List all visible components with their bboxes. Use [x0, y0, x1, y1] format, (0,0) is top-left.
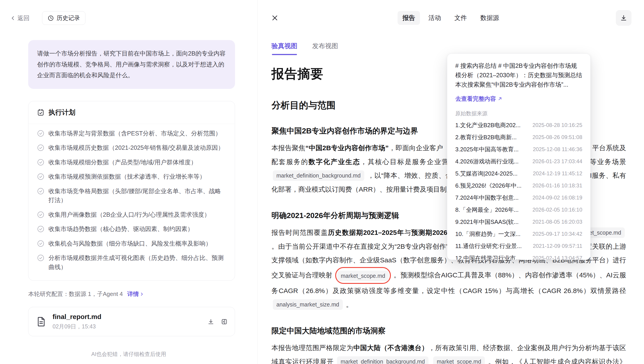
plan-item: 收集市场趋势数据（核心趋势、驱动因素、制约因素）	[37, 225, 226, 234]
plan-item: 分析市场规模数据并生成可视化图表（历史趋势、细分占比、预测曲线）	[37, 253, 226, 272]
chevron-left-icon	[10, 15, 16, 21]
source-item[interactable]: 4.2026游戏动画行业现...2026-01-23 17:03:44	[455, 158, 582, 165]
bold-text: “中国2B专业内容创作市场”	[306, 144, 389, 151]
check-circle-icon	[37, 144, 44, 151]
check-circle-icon	[37, 254, 44, 262]
download-icon	[620, 14, 627, 22]
source-item[interactable]: 11.通信行业研究:行业景...2021-12-09 09:57:11	[455, 242, 582, 250]
sources-label: 原始数据来源	[455, 110, 582, 117]
plan-item: 收集市场规模历史数据（2021-2025年销售额/交易量及波动原因）	[37, 143, 226, 152]
config-detail-link[interactable]: 详情	[127, 290, 144, 298]
bold-text: 中国大陆（不含港澳台）	[353, 344, 428, 351]
source-timestamp: 2026-02-05 10:16:10	[532, 207, 582, 213]
source-title: 7.2024年中国数字创意...	[455, 194, 518, 202]
source-item[interactable]: 6.预见2026!《2026年中...2026-01-16 10:18:31	[455, 182, 582, 190]
source-item[interactable]: 2.教育行业B2B电商新...2025-08-26 09:51:08	[455, 133, 582, 141]
source-file-tag[interactable]: analysis_market_size.md	[273, 299, 343, 310]
chevron-right-icon	[139, 292, 144, 297]
report-panel: 报告活动文件数据源 验真视图发布视图 报告摘要 分析目的与范围 聚焦中国2B专业…	[258, 0, 644, 364]
plan-item: 收集机会与风险数据（细分市场缺口、风险发生概率及影响）	[37, 239, 226, 248]
plan-header: 执行计划	[28, 101, 235, 124]
source-item[interactable]: 1.文化产业B2B电商202...2025-08-28 10:16:25	[455, 121, 582, 129]
plan-item-label: 收集市场界定与背景数据（含PEST分析、市场定义、分析范围）	[48, 129, 222, 138]
history-button[interactable]: 历史记录	[42, 11, 86, 25]
download-icon[interactable]	[208, 318, 214, 325]
report-header: 报告活动文件数据源	[258, 0, 644, 26]
source-file-tag[interactable]: market_definition_background.md	[337, 356, 428, 364]
source-timestamp: 2025-08-28 10:16:25	[532, 122, 582, 128]
report-file-card[interactable]: final_report.md 02月09日，15:43	[28, 307, 235, 336]
source-timestamp: 2025-09-17 10:34:42	[532, 231, 582, 237]
source-timestamp: 2024-09-02 16:08:19	[532, 195, 582, 201]
sources-list: 1.文化产业B2B电商202...2025-08-28 10:16:252.教育…	[455, 121, 582, 260]
ai-disclaimer: AI也会犯错，请仔细检查后使用	[0, 350, 258, 364]
source-title: 2.教育行业B2B电商新...	[455, 133, 517, 141]
close-icon[interactable]	[271, 14, 278, 22]
config-text: 本轮研究配置：数据源 1，子Agent 4	[28, 290, 123, 298]
main-tabs: 报告活动文件数据源	[398, 11, 504, 25]
source-file-tag[interactable]: market_definition_background.md	[273, 170, 364, 181]
file-actions	[208, 318, 228, 325]
source-timestamp: 2026-01-23 17:03:44	[532, 158, 582, 164]
tab-report[interactable]: 报告	[398, 11, 420, 25]
session-sidebar: 返回 历史记录 请做一个市场分析报告，研究下目前在中国市场上，面向2B的专业内容…	[0, 0, 258, 364]
source-title: 9.2021年中国SAAS(软...	[455, 218, 518, 226]
back-label: 返回	[18, 14, 30, 22]
source-timestamp: 2021-08-05 16:20:03	[532, 219, 582, 225]
check-circle-icon	[37, 173, 44, 180]
source-item[interactable]: 9.2021年中国SAAS(软...2021-08-05 16:20:03	[455, 218, 582, 226]
download-report-button[interactable]	[616, 10, 632, 26]
sidebar-header: 返回 历史记录	[0, 0, 258, 25]
view-tabs: 验真视图发布视图	[258, 26, 644, 55]
plan-title: 执行计划	[48, 108, 75, 117]
plan-list: 收集市场界定与背景数据（含PEST分析、市场定义、分析范围）收集市场规模历史数据…	[28, 124, 235, 281]
plan-item: 收集市场规模预测依据数据（技术渗透率、行业增长率等）	[37, 172, 226, 181]
source-item[interactable]: 8.「全网最全」2026年...2026-02-05 10:16:10	[455, 206, 582, 214]
open-file-icon[interactable]	[221, 318, 228, 325]
source-summary-popup: # 搜索内容总结 # 中国2B专业内容创作市场规模分析（2021–2030年）：…	[447, 54, 590, 260]
check-circle-icon	[37, 130, 44, 137]
plan-item-label: 收集市场规模细分数据（产品类型/地域/用户群体维度）	[48, 158, 197, 167]
source-title: 8.「全网最全」2026年...	[455, 206, 518, 214]
source-file-tag[interactable]: market_scope.md	[337, 271, 389, 281]
config-detail-label: 详情	[127, 290, 139, 298]
tab-files[interactable]: 文件	[450, 11, 472, 25]
plan-item: 收集市场界定与背景数据（含PEST分析、市场定义、分析范围）	[37, 129, 226, 138]
history-label: 历史记录	[56, 14, 80, 22]
source-item[interactable]: 10.「洞察趋势」一文深...2025-09-17 10:34:42	[455, 230, 582, 238]
tab-verify-view[interactable]: 验真视图	[272, 42, 298, 55]
source-title: 11.通信行业研究:行业景...	[455, 242, 522, 250]
back-button[interactable]: 返回	[10, 14, 30, 22]
view-full-content-link[interactable]: 去查看完整内容	[455, 95, 503, 103]
source-title: 10.「洞察趋势」一文深...	[455, 230, 520, 238]
plan-item-label: 收集市场趋势数据（核心趋势、驱动因素、制约因素）	[48, 225, 194, 234]
file-name: final_report.md	[52, 313, 202, 321]
check-circle-icon	[37, 240, 44, 247]
clock-icon	[48, 15, 54, 21]
plan-item-label: 收集市场规模预测依据数据（技术渗透率、行业增长率等）	[48, 172, 206, 181]
tab-data-sources[interactable]: 数据源	[476, 11, 504, 25]
source-item[interactable]: 5.艾媒咨询|2024-2025...2024-12-19 11:45:12	[455, 170, 582, 177]
popup-link-label: 去查看完整内容	[455, 95, 496, 103]
source-timestamp: 2025-02-14 13:04:57	[532, 255, 582, 260]
document-icon	[36, 316, 47, 327]
source-file-tag[interactable]: market_scope.md	[433, 356, 485, 364]
user-prompt: 请做一个市场分析报告，研究下目前在中国市场上，面向2B的专业内容创作的市场规模、…	[28, 40, 235, 89]
plan-item-label: 收集市场竞争格局数据（头部/腰部/尾部企业名单、市占率、战略打法）	[48, 187, 226, 205]
check-circle-icon	[37, 225, 44, 233]
plan-item: 收集市场竞争格局数据（头部/腰部/尾部企业名单、市占率、战略打法）	[37, 187, 226, 205]
file-date: 02月09日，15:43	[52, 323, 202, 330]
tab-activity[interactable]: 活动	[424, 11, 446, 25]
source-item[interactable]: 3.2025年中国高等教育...2025-12-08 11:46:36	[455, 145, 582, 153]
arrow-up-right-icon	[497, 96, 503, 101]
execution-plan-card: 执行计划 收集市场界定与背景数据（含PEST分析、市场定义、分析范围）收集市场规…	[28, 101, 235, 281]
tab-publish-view[interactable]: 发布视图	[312, 42, 338, 55]
highlight-annotation: market_scope.md	[335, 267, 391, 284]
source-timestamp: 2021-12-09 09:57:11	[533, 243, 582, 249]
source-title: 5.艾媒咨询|2024-2025...	[455, 170, 518, 177]
bold-text: 历史数据期2021–2025年	[328, 229, 404, 236]
source-item[interactable]: 7.2024年中国数字创意...2024-09-02 16:08:19	[455, 194, 582, 202]
source-item[interactable]: 12.中国在线学习行业市...2025-02-14 13:04:57	[455, 254, 582, 260]
plan-item-label: 分析市场规模数据并生成可视化图表（历史趋势、细分占比、预测曲线）	[48, 253, 226, 272]
bold-text: 数字化产业生态	[308, 158, 360, 165]
